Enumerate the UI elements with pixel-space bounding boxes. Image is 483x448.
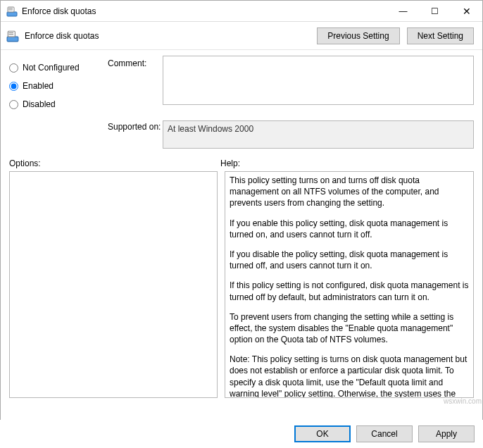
next-setting-button[interactable]: Next Setting xyxy=(407,27,474,44)
previous-setting-button[interactable]: Previous Setting xyxy=(317,27,399,44)
help-paragraph: To prevent users from changing the setti… xyxy=(230,311,469,346)
radio-disabled-label: Disabled xyxy=(23,99,56,109)
policy-icon xyxy=(6,6,18,17)
help-paragraph: This policy setting turns on and turns o… xyxy=(230,175,469,209)
state-radio-group: Not Configured Enabled Disabled xyxy=(9,56,108,113)
header-strip: Enforce disk quotas Previous Setting Nex… xyxy=(1,22,482,50)
radio-enabled-input[interactable] xyxy=(9,82,18,91)
options-label: Options: xyxy=(9,158,220,168)
watermark-text: wsxwin.com xyxy=(444,397,482,405)
radio-disabled-input[interactable] xyxy=(9,100,18,109)
radio-not-configured-label: Not Configured xyxy=(23,63,80,73)
ok-button[interactable]: OK xyxy=(294,425,351,442)
radio-enabled-label: Enabled xyxy=(23,81,54,91)
titlebar: Enforce disk quotas — ☐ ✕ xyxy=(1,1,482,22)
maximize-button[interactable]: ☐ xyxy=(419,1,451,22)
supported-on-value: At least Windows 2000 xyxy=(163,120,474,149)
help-paragraph: Note: This policy setting is turns on di… xyxy=(230,354,469,398)
radio-disabled[interactable]: Disabled xyxy=(9,95,108,113)
footer: OK Cancel Apply xyxy=(0,420,483,448)
policy-icon-large xyxy=(6,30,19,42)
options-pane[interactable] xyxy=(9,171,218,398)
help-pane[interactable]: This policy setting turns on and turns o… xyxy=(225,171,474,398)
supported-on-label: Supported on: xyxy=(108,120,163,132)
close-button[interactable]: ✕ xyxy=(451,1,482,22)
comment-input[interactable] xyxy=(163,56,474,105)
policy-name: Enforce disk quotas xyxy=(25,31,310,41)
cancel-button[interactable]: Cancel xyxy=(356,425,413,442)
close-icon: ✕ xyxy=(463,6,471,17)
minimize-button[interactable]: — xyxy=(387,1,419,22)
help-label: Help: xyxy=(220,158,240,168)
window-title: Enforce disk quotas xyxy=(22,6,387,16)
svg-rect-4 xyxy=(7,37,18,42)
help-paragraph: If this policy setting is not configured… xyxy=(230,280,469,302)
help-paragraph: If you disable the policy setting, disk … xyxy=(230,249,469,271)
minimize-icon: — xyxy=(399,6,408,16)
comment-label: Comment: xyxy=(108,56,163,68)
radio-not-configured[interactable]: Not Configured xyxy=(9,58,108,77)
body-area: Not Configured Enabled Disabled Comment:… xyxy=(1,50,482,398)
help-paragraph: If you enable this policy setting, disk … xyxy=(230,218,469,240)
maximize-icon: ☐ xyxy=(431,6,439,16)
radio-not-configured-input[interactable] xyxy=(9,63,18,73)
apply-button[interactable]: Apply xyxy=(418,425,475,442)
radio-enabled[interactable]: Enabled xyxy=(9,77,108,95)
svg-rect-0 xyxy=(7,12,17,16)
